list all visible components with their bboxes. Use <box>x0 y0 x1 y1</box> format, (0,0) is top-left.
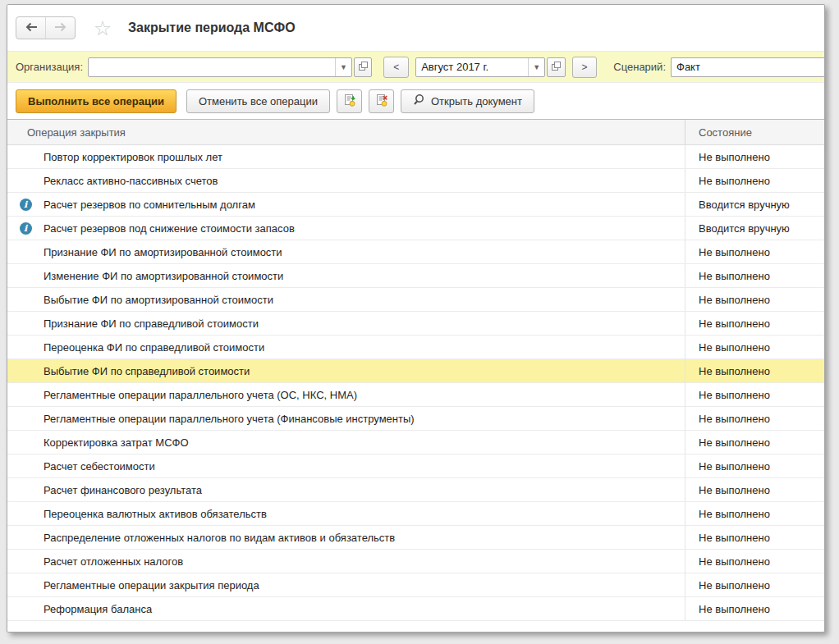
status-cell: Не выполнено <box>685 431 824 454</box>
status-cell-text: Не выполнено <box>699 389 770 401</box>
status-cell-text: Вводится вручную <box>699 199 790 211</box>
operation-cell-text: Рекласс активно-пассивных счетов <box>44 175 218 187</box>
operation-cell: i Регламентные операции параллельного уч… <box>7 407 685 430</box>
operation-cell-text: Реформация баланса <box>44 603 152 615</box>
status-cell-text: Вводится вручную <box>699 222 790 235</box>
titlebar: ☆ Закрытие периода МСФО <box>7 5 824 51</box>
table-row[interactable]: i Признание ФИ по амортизированной стоим… <box>7 240 824 264</box>
next-period-button[interactable]: > <box>572 57 598 78</box>
favorites-star-icon[interactable]: ☆ <box>92 18 113 39</box>
table-row[interactable]: i Переоценка ФИ по справедливой стоимост… <box>7 336 824 359</box>
table-row[interactable]: i Расчет отложенных налогов Не выполнено <box>7 550 824 573</box>
row-icon-cell: i <box>7 460 44 473</box>
period-dropdown-icon[interactable]: ▼ <box>528 58 544 76</box>
organization-label: Организация: <box>16 61 83 73</box>
previous-period-button[interactable]: < <box>383 57 409 78</box>
operation-cell-text: Расчет себестоимости <box>44 460 155 473</box>
nav-history-group <box>16 16 76 39</box>
status-cell: Не выполнено <box>685 407 824 430</box>
back-button[interactable] <box>16 17 45 39</box>
table-row[interactable]: i Повтор корректировок прошлых лет Не вы… <box>7 145 824 169</box>
table-row[interactable]: i Регламентные операции параллельного уч… <box>7 383 824 407</box>
operation-cell: i Регламентные операции закрытия периода <box>7 573 685 596</box>
cancel-posting-button[interactable] <box>369 89 394 113</box>
column-header-status[interactable]: Состояние <box>685 120 824 144</box>
operation-cell: i Регламентные операции параллельного уч… <box>7 383 685 406</box>
scenario-input[interactable] <box>672 58 825 76</box>
status-cell-text: Не выполнено <box>699 460 770 473</box>
status-cell-text: Не выполнено <box>699 246 770 258</box>
status-cell: Не выполнено <box>685 288 824 311</box>
table-row[interactable]: i Расчет финансового результата Не выпол… <box>7 478 824 502</box>
period-choose-button[interactable] <box>547 57 565 77</box>
table-row[interactable]: i Рекласс активно-пассивных счетов Не вы… <box>7 169 824 193</box>
filter-bar: Организация: ▼ < ▼ > Сценарий: <box>7 51 824 83</box>
table-row[interactable]: i Расчет резервов под снижение стоимости… <box>7 217 824 240</box>
status-cell-text: Не выполнено <box>699 508 770 520</box>
table-row[interactable]: i Регламентные операции закрытия периода… <box>7 573 824 597</box>
status-cell: Вводится вручную <box>685 193 824 216</box>
table-row[interactable]: i Переоценка валютных активов обязательс… <box>7 502 824 526</box>
table-row[interactable]: i Расчет себестоимости Не выполнено <box>7 454 824 478</box>
forward-button[interactable] <box>45 17 75 39</box>
operation-cell: i Корректировка затрат МСФО <box>7 431 685 454</box>
table-row[interactable]: i Распределение отложенных налогов по ви… <box>7 526 824 550</box>
table-row[interactable]: i Реформация баланса Не выполнено <box>7 597 824 621</box>
status-cell-text: Не выполнено <box>699 341 770 354</box>
table-row[interactable]: i Выбытие ФИ по справедливой стоимости Н… <box>7 359 824 383</box>
status-cell: Не выполнено <box>685 526 824 549</box>
operation-cell-text: Распределение отложенных налогов по вида… <box>44 532 395 544</box>
operation-cell-text: Переоценка валютных активов обязательств <box>44 508 267 520</box>
operation-cell: i Расчет себестоимости <box>7 454 685 477</box>
row-icon-cell: i <box>7 389 44 401</box>
row-icon-cell: i <box>7 317 44 330</box>
organization-choose-button[interactable] <box>354 57 372 77</box>
status-cell: Не выполнено <box>685 312 824 335</box>
status-cell: Вводится вручную <box>685 217 824 240</box>
operation-cell-text: Расчет резервов по сомнительным долгам <box>44 199 255 211</box>
operation-cell-text: Расчет отложенных налогов <box>44 555 183 568</box>
table-row[interactable]: i Изменение ФИ по амортизированной стоим… <box>7 264 824 288</box>
table-row[interactable]: i Регламентные операции параллельного уч… <box>7 407 824 431</box>
status-cell: Не выполнено <box>685 383 824 406</box>
period-input[interactable] <box>416 58 528 76</box>
column-header-operation[interactable]: Операция закрытия <box>7 120 685 144</box>
row-icon-cell: i <box>7 484 44 496</box>
table-row[interactable]: i Расчет резервов по сомнительным долгам… <box>7 193 824 217</box>
operation-cell-text: Корректировка затрат МСФО <box>44 436 189 449</box>
operation-cell-text: Регламентные операции параллельного учет… <box>44 389 357 401</box>
run-all-label: Выполнить все операции <box>28 95 164 107</box>
status-cell-text: Не выполнено <box>699 151 770 163</box>
row-icon-cell: i <box>7 365 44 377</box>
table-row[interactable]: i Признание ФИ по справедливой стоимости… <box>7 312 824 336</box>
open-document-button[interactable]: Открыть документ <box>401 89 534 113</box>
status-cell-text: Не выполнено <box>699 175 770 187</box>
organization-input[interactable] <box>89 58 335 76</box>
post-document-button[interactable] <box>337 89 362 113</box>
row-icon-cell: i <box>7 222 44 235</box>
page-title: Закрытие периода МСФО <box>128 21 296 35</box>
status-cell-text: Не выполнено <box>699 436 770 449</box>
table-row[interactable]: i Корректировка затрат МСФО Не выполнено <box>7 431 824 454</box>
operation-cell-text: Регламентные операции параллельного учет… <box>44 413 415 425</box>
status-cell-text: Не выполнено <box>699 579 770 591</box>
forward-icon <box>54 21 67 35</box>
open-document-label: Открыть документ <box>431 95 522 107</box>
table-row[interactable]: i Выбытие ФИ по амортизированной стоимос… <box>7 288 824 312</box>
status-cell-text: Не выполнено <box>699 532 770 544</box>
period-field: ▼ <box>415 57 545 77</box>
cancel-all-label: Отменить все операции <box>199 95 318 107</box>
operation-cell-text: Признание ФИ по амортизированной стоимос… <box>44 246 282 258</box>
cancel-all-operations-button[interactable]: Отменить все операции <box>186 89 330 113</box>
operation-cell: i Рекласс активно-пассивных счетов <box>7 169 685 192</box>
operation-cell-text: Регламентные операции закрытия периода <box>44 579 259 591</box>
row-icon-cell: i <box>7 270 44 282</box>
status-cell: Не выполнено <box>685 336 824 359</box>
status-cell-text: Не выполнено <box>699 555 770 568</box>
status-cell: Не выполнено <box>685 240 824 263</box>
run-all-operations-button[interactable]: Выполнить все операции <box>16 89 177 113</box>
organization-dropdown-icon[interactable]: ▼ <box>335 58 351 76</box>
back-icon <box>25 21 38 35</box>
row-icon-cell: i <box>7 151 44 163</box>
row-icon-cell: i <box>7 199 44 211</box>
